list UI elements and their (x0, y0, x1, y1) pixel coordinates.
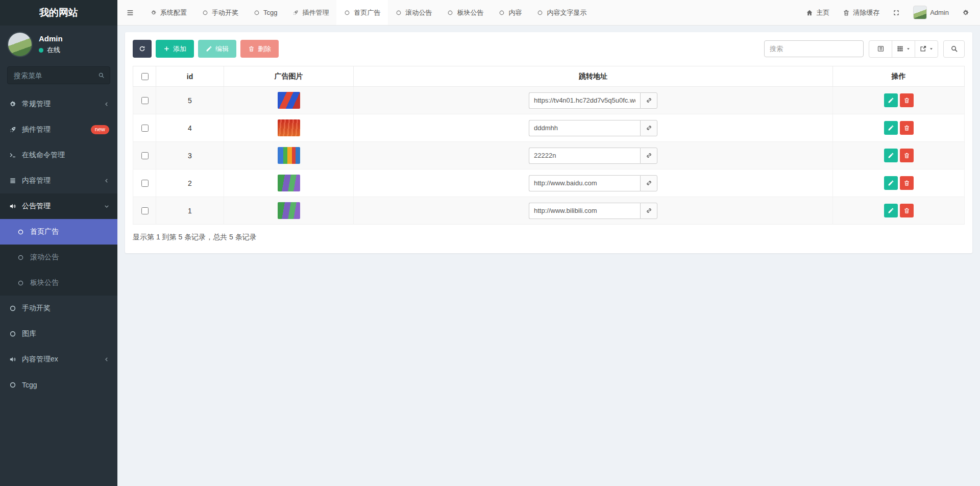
tab-board-notice[interactable]: 板块公告 (439, 0, 491, 25)
pencil-icon (888, 180, 894, 186)
hamburger-menu-button[interactable] (117, 0, 143, 25)
home-label: 主页 (816, 8, 829, 17)
row-delete-button[interactable] (900, 149, 914, 162)
pencil-icon (206, 45, 212, 52)
sidebar-item-content-manage-ex[interactable]: 内容管理ex (0, 347, 117, 372)
link-button[interactable] (640, 203, 657, 219)
ad-image[interactable] (278, 202, 300, 219)
pencil-icon (888, 125, 894, 131)
sidebar-item-home-ads[interactable]: 首页广告 (0, 219, 117, 245)
row-edit-button[interactable] (884, 121, 898, 135)
user-panel: Admin 在线 (0, 26, 117, 61)
tab-tcgg[interactable]: Tcgg (246, 0, 285, 25)
sidebar-item-gallery[interactable]: 图库 (0, 321, 117, 347)
url-input[interactable] (529, 175, 640, 191)
user-menu[interactable]: Admin (906, 0, 955, 25)
row-checkbox[interactable] (141, 125, 149, 132)
menu-search-input[interactable] (7, 66, 110, 84)
export-icon (919, 45, 927, 53)
link-button[interactable] (640, 92, 657, 109)
sidebar-item-general-manage[interactable]: 常规管理 (0, 91, 117, 117)
ad-image[interactable] (278, 92, 300, 109)
circle-icon (9, 305, 22, 312)
tab-manual-draw[interactable]: 手动开奖 (194, 0, 246, 25)
trash-icon (248, 45, 255, 52)
sidebar-item-online-command[interactable]: 在线命令管理 (0, 142, 117, 168)
main-area: 系统配置手动开奖Tcgg插件管理首页广告滚动公告板块公告内容内容文字显示 主页 … (117, 0, 980, 486)
row-edit-button[interactable] (884, 93, 898, 107)
row-delete-button[interactable] (900, 121, 914, 135)
sidebar-item-tcgg[interactable]: Tcgg (0, 372, 117, 398)
url-input[interactable] (529, 120, 640, 136)
sidebar-item-addon-manage[interactable]: 插件管理new (0, 117, 117, 142)
row-id: 3 (188, 152, 192, 160)
sidebar-item-label: 手动开奖 (22, 304, 51, 313)
add-button-label: 添加 (173, 44, 186, 54)
volume-icon (9, 203, 22, 210)
clear-cache-label: 清除缓存 (853, 8, 879, 17)
columns-button[interactable] (892, 40, 915, 58)
link-button[interactable] (640, 120, 657, 136)
sidebar-item-content-manage[interactable]: 内容管理 (0, 168, 117, 193)
select-all-checkbox[interactable] (141, 73, 149, 80)
circle-icon (17, 254, 30, 261)
row-edit-button[interactable] (884, 149, 898, 162)
search-toggle-button[interactable] (943, 40, 965, 58)
sidebar-item-notice-manage[interactable]: 公告管理 (0, 193, 117, 219)
edit-button-label: 编辑 (215, 44, 229, 54)
url-input[interactable] (529, 148, 640, 164)
delete-button[interactable]: 删除 (240, 40, 279, 58)
tab-label: 插件管理 (302, 8, 329, 17)
cell-id: 4 (156, 114, 224, 142)
caret-down-icon (906, 46, 911, 51)
pencil-icon (888, 207, 894, 214)
edit-button[interactable]: 编辑 (198, 40, 236, 58)
row-checkbox[interactable] (141, 97, 149, 104)
fullscreen-button[interactable] (886, 0, 906, 25)
data-table: id 广告图片 跳转地址 操作 54321 (133, 66, 965, 225)
tab-content[interactable]: 内容 (491, 0, 529, 25)
cell-actions (833, 87, 965, 114)
circle-icon (499, 10, 505, 16)
tab-content-text[interactable]: 内容文字显示 (529, 0, 594, 25)
url-input[interactable] (529, 203, 640, 219)
row-edit-button[interactable] (884, 176, 898, 190)
sidebar-item-manual-draw[interactable]: 手动开奖 (0, 296, 117, 321)
tab-label: Tcgg (263, 9, 277, 16)
detail-view-button[interactable] (869, 40, 892, 58)
link-button[interactable] (640, 148, 657, 164)
tab-home-ads[interactable]: 首页广告 (336, 0, 388, 25)
trash-icon (903, 152, 910, 159)
sidebar-item-label: 首页广告 (30, 227, 59, 236)
clear-cache-button[interactable]: 清除缓存 (836, 0, 886, 25)
row-delete-button[interactable] (900, 93, 914, 107)
settings-button[interactable] (955, 0, 976, 25)
export-button[interactable] (915, 40, 938, 58)
sidebar-item-board-notice[interactable]: 板块公告 (0, 270, 117, 296)
gears-icon (151, 10, 157, 16)
row-delete-button[interactable] (900, 204, 914, 217)
sidebar-menu: 常规管理插件管理new在线命令管理内容管理公告管理首页广告滚动公告板块公告手动开… (0, 91, 117, 398)
table-search-input[interactable] (764, 40, 864, 57)
ad-image[interactable] (278, 119, 300, 136)
home-link[interactable]: 主页 (799, 0, 836, 25)
tab-system-config[interactable]: 系统配置 (143, 0, 194, 25)
url-input[interactable] (529, 92, 640, 109)
add-button[interactable]: 添加 (156, 40, 194, 58)
link-button[interactable] (640, 175, 657, 191)
tab-label: 系统配置 (160, 8, 187, 17)
tab-addon-manage[interactable]: 插件管理 (285, 0, 336, 25)
cell-id: 2 (156, 169, 224, 197)
row-delete-button[interactable] (900, 176, 914, 190)
ad-image[interactable] (278, 175, 300, 191)
row-checkbox[interactable] (141, 180, 149, 187)
ad-image[interactable] (278, 147, 300, 164)
sidebar-item-scroll-notice[interactable]: 滚动公告 (0, 245, 117, 270)
table-row: 2 (133, 169, 965, 197)
refresh-button[interactable] (133, 40, 152, 58)
tab-scroll-notice[interactable]: 滚动公告 (388, 0, 439, 25)
row-checkbox[interactable] (141, 207, 149, 214)
header-checkbox-cell (133, 66, 156, 87)
row-checkbox[interactable] (141, 152, 149, 159)
row-edit-button[interactable] (884, 204, 898, 217)
